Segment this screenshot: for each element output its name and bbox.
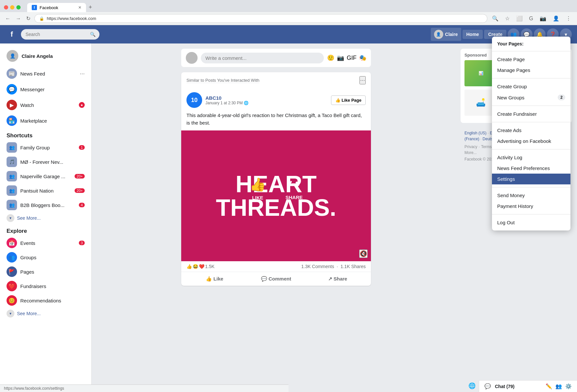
close-window-button[interactable] [4, 5, 8, 9]
shortcut-family-group[interactable]: 👥 Family Group 1 [3, 140, 89, 155]
post-card: Similar to Posts You've Interacted With … [181, 72, 371, 286]
family-group-badge: 1 [79, 145, 85, 150]
naperville-badge: 20+ [75, 174, 85, 179]
facebook-body: 👤 Claire Angela 📰 News Feed ··· 💬 Messen… [0, 43, 577, 392]
minimize-window-button[interactable] [10, 5, 14, 9]
video-button[interactable]: 📷 [538, 14, 548, 23]
lang-english[interactable]: English (US) [464, 131, 486, 135]
explore-fundraisers[interactable]: ❤️ Fundraisers [3, 279, 89, 293]
sidebar-item-news-feed[interactable]: 📰 News Feed ··· [3, 66, 89, 81]
friend-requests-button[interactable]: 👥 [555, 383, 562, 389]
chat-settings-button[interactable]: ⚙️ [565, 383, 572, 389]
search-icon: 🔍 [90, 32, 96, 37]
extensions-button[interactable]: ⬜ [514, 14, 525, 23]
post-body-text: This adorable 4-year-old girl's reaction… [181, 112, 371, 130]
explore-see-more[interactable]: ▾ See More... [3, 308, 89, 319]
naperville-icon: 👥 [7, 171, 17, 181]
overlay-like-action[interactable]: 👍 LIKE [250, 177, 266, 200]
dropdown-new-groups[interactable]: New Groups 2 [492, 92, 570, 103]
sidebar-user[interactable]: 👤 Claire Angela [3, 47, 89, 64]
page-name: ABC10 [205, 95, 249, 101]
more-button[interactable]: ⋮ [564, 14, 573, 23]
home-nav-button[interactable]: Home [463, 30, 483, 39]
comment-action-button[interactable]: 💬 Comment [245, 273, 307, 284]
pages-icon: 🚩 [7, 266, 17, 277]
user-profile-button[interactable]: 👤 Claire [431, 28, 461, 41]
forward-button[interactable]: → [14, 14, 22, 23]
reload-button[interactable]: ↻ [25, 14, 32, 23]
dropdown-create-page[interactable]: Create Page [492, 54, 570, 65]
dropdown-create-ads[interactable]: Create Ads [492, 125, 570, 136]
url-bar[interactable]: 🔒 https://www.facebook.com [34, 14, 487, 23]
share-icon: ↪ [288, 177, 300, 192]
dropdown-fundraiser-section: Create Fundraiser [492, 106, 570, 122]
comment-input[interactable] [201, 53, 324, 63]
groups-icon: 👥 [7, 252, 17, 263]
share-action-button[interactable]: ↗ Share [307, 273, 368, 284]
explore-groups[interactable]: 👥 Groups [3, 250, 89, 264]
page-meta: January 1 at 2:30 PM 🌐 [205, 101, 249, 105]
maximize-window-button[interactable] [16, 5, 21, 9]
shortcut-b2b[interactable]: 👥 B2B Bloggers Boo... 4 [3, 198, 89, 212]
chat-bar[interactable]: 💬 Chat (79) ✏️ 👥 ⚙️ [479, 380, 577, 392]
tab-close-button[interactable]: ✕ [78, 5, 81, 10]
dropdown-news-feed-prefs[interactable]: News Feed Preferences [492, 163, 570, 174]
dropdown-settings[interactable]: Settings [492, 174, 570, 184]
new-tab-button[interactable]: + [86, 3, 95, 12]
dropdown-send-money[interactable]: Send Money [492, 190, 570, 201]
explore-pages[interactable]: 🚩 Pages [3, 264, 89, 279]
recommendations-icon: 😊 [7, 295, 17, 306]
emoji-button[interactable]: 🙂 [327, 54, 334, 61]
dropdown-payment-history[interactable]: Payment History [492, 201, 570, 212]
privacy-link[interactable]: Privacy [464, 145, 477, 149]
dropdown-account-section: Activity Log News Feed Preferences Setti… [492, 149, 570, 187]
dropdown-advertising[interactable]: Advertising on Facebook [492, 136, 570, 146]
active-tab[interactable]: f Facebook ✕ [27, 3, 86, 12]
shortcuts-see-more[interactable]: ▾ See More... [3, 212, 89, 224]
shortcut-mo-forever[interactable]: 🎵 MØ - Forever Nev... [3, 155, 89, 169]
explore-events[interactable]: 📅 Events 3 [3, 236, 89, 250]
bookmark-button[interactable]: ☆ [503, 14, 512, 23]
shares-count: 1.1K Shares [341, 264, 366, 269]
sidebar-item-marketplace[interactable]: 🏪 Marketplace [3, 113, 89, 128]
dropdown-create-fundraiser[interactable]: Create Fundraiser [492, 109, 570, 119]
user-icon-button[interactable]: 👤 [551, 14, 561, 23]
photo-button[interactable]: 📷 [337, 54, 344, 61]
news-feed-options[interactable]: ··· [80, 70, 85, 77]
thumb-up-icon: 👍 [250, 177, 266, 192]
globe-language-button[interactable]: 🌐 [468, 382, 476, 389]
url-text: https://www.facebook.com [47, 16, 96, 21]
overlay-share-action[interactable]: ↪ SHARE [286, 177, 303, 200]
mute-button[interactable]: 🔇 [359, 249, 368, 258]
pantsuit-icon: 👥 [7, 185, 17, 196]
sidebar-item-messenger[interactable]: 💬 Messenger [3, 81, 89, 97]
post-options-button[interactable]: ··· [359, 76, 366, 84]
family-group-icon: 👥 [7, 142, 17, 153]
like-action-button[interactable]: 👍 Like [184, 273, 245, 284]
shortcut-pantsuit[interactable]: 👥 Pantsuit Nation 20+ [3, 183, 89, 198]
gif-button[interactable]: GIF [347, 54, 357, 61]
dropdown-manage-pages[interactable]: Manage Pages [492, 65, 570, 76]
overlay-like-label: LIKE [252, 195, 263, 200]
explore-section-label: Explore [3, 224, 89, 236]
new-message-button[interactable]: ✏️ [546, 383, 552, 389]
shortcut-naperville[interactable]: 👥 Naperville Garage ... 20+ [3, 169, 89, 183]
sidebar-item-watch[interactable]: ▶ Watch ● [3, 97, 89, 113]
search-toolbar-button[interactable]: 🔍 [490, 14, 500, 23]
left-sidebar: 👤 Claire Angela 📰 News Feed ··· 💬 Messen… [0, 43, 92, 392]
dropdown-log-out[interactable]: Log Out [492, 217, 570, 228]
explore-recommendations[interactable]: 😊 Recommendations [3, 293, 89, 308]
more-link[interactable]: More... [464, 150, 477, 155]
terms-link[interactable]: Terms [481, 145, 492, 149]
profile-button[interactable]: G [527, 14, 535, 23]
back-button[interactable]: ← [4, 14, 12, 23]
page-info: ABC10 January 1 at 2:30 PM 🌐 [205, 95, 249, 105]
search-input[interactable] [21, 29, 99, 40]
comment-avatar [186, 52, 198, 64]
naperville-label: Naperville Garage ... [20, 174, 65, 179]
watch-nav-icon: ▶ [7, 100, 17, 110]
sticker-button[interactable]: 🎭 [359, 54, 366, 61]
dropdown-create-group[interactable]: Create Group [492, 81, 570, 92]
like-page-button[interactable]: 👍 Like Page [331, 95, 366, 105]
dropdown-activity-log[interactable]: Activity Log [492, 152, 570, 163]
